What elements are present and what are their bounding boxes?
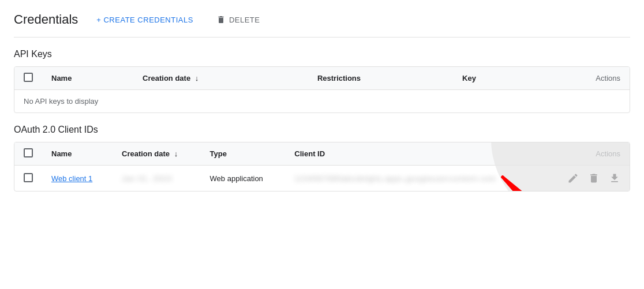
oauth-row-date-cell: Jan 01, 2023 [113,166,201,192]
oauth-row-checkbox[interactable] [24,173,33,182]
oauth-row-name-cell: Web client 1 [42,166,113,192]
oauth-client-date: Jan 01, 2023 [122,174,172,183]
sort-arrow-icon: ↓ [195,74,199,82]
edit-icon[interactable] [567,172,579,184]
api-keys-empty-message: No API keys to display [14,90,630,113]
oauth-header-row: Name Creation date ↓ Type Client ID Acti… [14,142,630,166]
oauth-col-checkbox [14,142,42,166]
api-keys-title: API Keys [14,49,630,59]
api-keys-col-checkbox [14,67,42,90]
api-keys-col-actions: Actions [529,67,630,90]
api-keys-header-row: Name Creation date ↓ Restrictions Key Ac… [14,67,630,90]
oauth-col-name: Name [42,142,113,166]
oauth-col-creation[interactable]: Creation date ↓ [113,142,201,166]
oauth-row-checkbox-cell [14,166,42,192]
oauth-row-clientid-cell: 1234567890abcdefghij.apps.googleusercont… [285,166,545,192]
api-keys-col-key: Key [453,67,529,90]
api-keys-table: Name Creation date ↓ Restrictions Key Ac… [14,67,630,112]
oauth-col-actions: Actions [545,142,630,166]
oauth-row-actions-cell [545,166,630,192]
page-container: Credentials + CREATE CREDENTIALS DELETE … [0,0,644,203]
trash-icon [216,15,226,24]
api-keys-col-name: Name [42,67,133,90]
oauth-row-type-cell: Web application [201,166,286,192]
oauth-row: Web client 1 Jan 01, 2023 Web applicatio… [14,166,630,192]
api-keys-table-wrapper: Name Creation date ↓ Restrictions Key Ac… [14,66,630,113]
oauth-table: Name Creation date ↓ Type Client ID Acti… [14,142,630,191]
download-icon[interactable] [609,172,620,184]
delete-row-icon[interactable] [588,172,600,184]
select-all-api-checkbox[interactable] [24,73,33,82]
oauth-client-type: Web application [210,174,263,183]
delete-label: DELETE [229,16,260,24]
oauth-action-icons [555,172,621,184]
api-keys-section: API Keys Name Creation date ↓ Restrictio… [14,49,630,113]
oauth-section: OAuth 2.0 Client IDs Name Creation date … [14,125,630,192]
page-header: Credentials + CREATE CREDENTIALS DELETE [14,12,630,37]
oauth-client-name-link[interactable]: Web client 1 [51,174,92,183]
api-keys-col-restrictions: Restrictions [308,67,453,90]
api-keys-col-creation[interactable]: Creation date ↓ [133,67,308,90]
page-title: Credentials [14,12,78,27]
select-all-oauth-checkbox[interactable] [24,148,33,157]
sort-arrow-oauth-icon: ↓ [174,149,178,158]
oauth-title: OAuth 2.0 Client IDs [14,125,630,135]
api-keys-empty-row: No API keys to display [14,90,630,113]
oauth-table-wrapper: Name Creation date ↓ Type Client ID Acti… [14,142,630,192]
oauth-client-id: 1234567890abcdefghij.apps.googleusercont… [294,174,496,183]
delete-button[interactable]: DELETE [212,12,265,28]
oauth-col-type: Type [201,142,286,166]
oauth-col-clientid: Client ID [285,142,545,166]
create-credentials-button[interactable]: + CREATE CREDENTIALS [92,12,198,28]
